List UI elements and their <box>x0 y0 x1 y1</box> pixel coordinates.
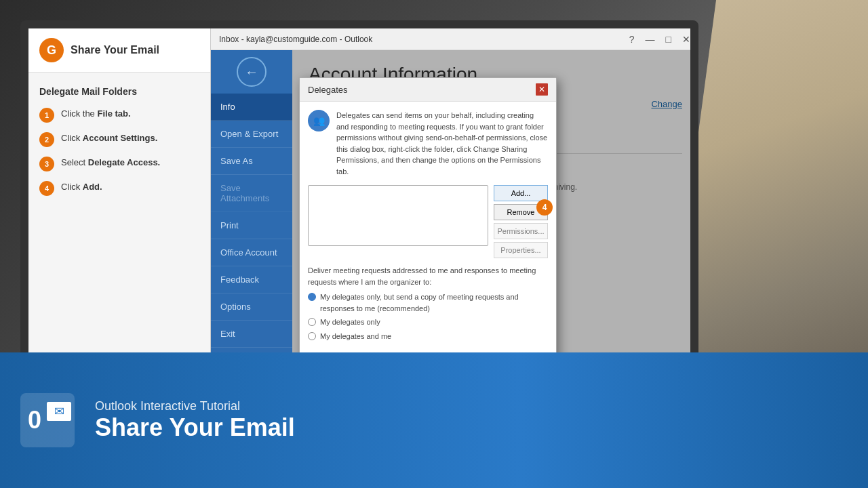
step-4-num: 4 <box>39 181 54 196</box>
nav-item-exit[interactable]: Exit <box>211 321 292 348</box>
remove-button[interactable]: Remove 4 <box>494 204 548 220</box>
nav-item-feedback[interactable]: Feedback <box>211 266 292 293</box>
delivery-label: Deliver meeting requests addressed to me… <box>308 265 548 287</box>
outlook-icon-box: 0 ✉ <box>20 393 75 447</box>
radio-delegates-only[interactable]: My delegates only <box>308 317 548 328</box>
minimize-button[interactable]: — <box>646 34 655 45</box>
step-1-text: Click the File tab. <box>61 108 131 120</box>
radio-dot-3 <box>308 332 316 340</box>
properties-button: Properties... <box>494 242 548 258</box>
step-4-text: Click Add. <box>61 181 102 193</box>
step-3-text: Select Delegate Access. <box>61 157 160 169</box>
step-2-num: 2 <box>39 132 54 147</box>
dialog-buttons-column: Add... Remove 4 Permissions... <box>494 185 548 258</box>
step-3: 3 Select Delegate Access. <box>39 157 199 171</box>
step-2-text: Click Account Settings. <box>61 132 157 144</box>
outlook-titlebar: Inbox - kayla@customguide.com - Outlook … <box>211 28 698 50</box>
nav-item-options[interactable]: Options <box>211 293 292 321</box>
outlook-window-title: Inbox - kayla@customguide.com - Outlook <box>219 35 372 44</box>
dialog-info-text: Delegates can send items on your behalf,… <box>336 110 548 177</box>
step-1: 1 Click the File tab. <box>39 108 199 123</box>
radio-delegates-only-copy[interactable]: My delegates only, but send a copy of me… <box>308 291 548 314</box>
dialog-titlebar: Delegates ✕ <box>300 78 556 102</box>
nav-back-button[interactable]: ← <box>237 57 267 87</box>
step-2: 2 Click Account Settings. <box>39 132 199 147</box>
laptop-screen: G Share Your Email Delegate Mail Folders… <box>20 20 698 400</box>
nav-item-office-account[interactable]: Office Account <box>211 239 292 266</box>
radio-dot-1 <box>308 293 316 301</box>
outlook-nav-sidebar: ← Info Open & Export Save As Save Attach… <box>211 50 292 392</box>
permissions-button: Permissions... <box>494 223 548 239</box>
bottom-text-block: Outlook Interactive Tutorial Share Your … <box>95 399 295 442</box>
panel-title: Share Your Email <box>71 44 159 56</box>
dialog-overlay: Delegates ✕ 👥 Delegates can send items o… <box>292 50 698 392</box>
delegates-list[interactable] <box>308 185 488 246</box>
dialog-close-button[interactable]: ✕ <box>536 83 548 96</box>
bottom-bar: 0 ✉ Outlook Interactive Tutorial Share Y… <box>0 352 868 488</box>
dialog-info-row: 👥 Delegates can send items on your behal… <box>308 110 548 177</box>
outlook-logo: 0 ✉ <box>24 396 71 444</box>
maximize-button[interactable]: □ <box>666 34 671 45</box>
instruction-header: G Share Your Email <box>28 28 210 73</box>
section-title: Delegate Mail Folders <box>39 86 199 97</box>
outlook-body: ← Info Open & Export Save As Save Attach… <box>211 50 698 392</box>
instruction-body: Delegate Mail Folders 1 Click the File t… <box>28 73 210 219</box>
titlebar-controls: ? — □ ✕ <box>629 34 690 45</box>
customguide-logo: G <box>39 38 64 62</box>
step-4-badge: 4 <box>536 199 553 216</box>
bottom-title: Share Your Email <box>95 413 295 442</box>
scroll-track[interactable] <box>690 50 698 392</box>
outlook-envelope-icon: ✉ <box>47 402 71 421</box>
outlook-window: Inbox - kayla@customguide.com - Outlook … <box>210 28 698 392</box>
delegates-dialog: Delegates ✕ 👥 Delegates can send items o… <box>299 77 557 385</box>
scroll-thumb[interactable] <box>692 51 698 78</box>
radio-delegates-and-me[interactable]: My delegates and me <box>308 331 548 342</box>
dialog-list-section: Add... Remove 4 Permissions... <box>308 185 548 258</box>
nav-item-save-attachments: Save Attachments <box>211 175 292 212</box>
step-1-num: 1 <box>39 108 54 123</box>
step-3-num: 3 <box>39 157 54 171</box>
outlook-o-letter: 0 <box>28 406 41 434</box>
nav-item-save-as[interactable]: Save As <box>211 148 292 175</box>
dialog-body: 👥 Delegates can send items on your behal… <box>300 102 556 357</box>
add-button[interactable]: Add... <box>494 185 548 201</box>
help-button[interactable]: ? <box>629 34 635 45</box>
instruction-panel: G Share Your Email Delegate Mail Folders… <box>28 28 210 392</box>
step-4: 4 Click Add. <box>39 181 199 196</box>
nav-item-open-export[interactable]: Open & Export <box>211 121 292 148</box>
outlook-main-content: Account Information 👤 kayla@customguide.… <box>292 50 698 392</box>
dialog-title: Delegates <box>308 85 348 95</box>
dialog-radio-section: Deliver meeting requests addressed to me… <box>308 265 548 342</box>
nav-item-info[interactable]: Info <box>211 94 292 121</box>
nav-item-print[interactable]: Print <box>211 212 292 239</box>
radio-dot-2 <box>308 318 316 326</box>
bottom-subtitle: Outlook Interactive Tutorial <box>95 399 295 413</box>
close-button[interactable]: ✕ <box>682 34 690 45</box>
dialog-info-icon: 👥 <box>308 110 330 131</box>
